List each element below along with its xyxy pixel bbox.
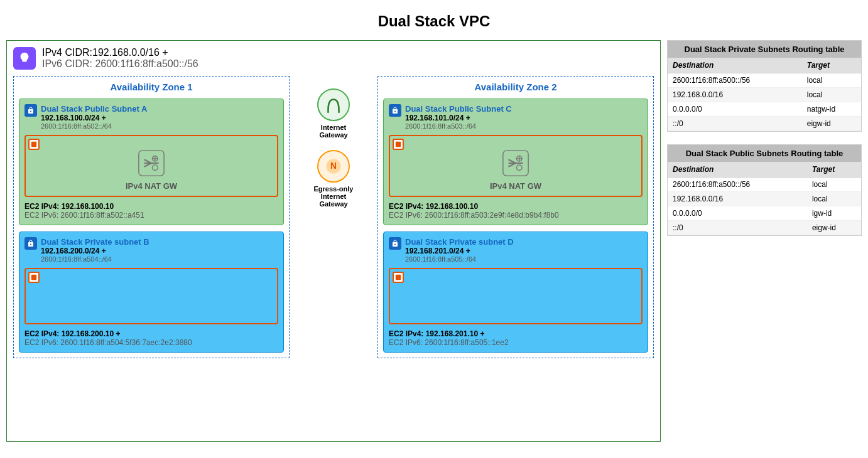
routing-tables: Dual Stack Private Subnets Routing table… — [667, 40, 862, 236]
page-title: Dual Stack VPC — [378, 13, 491, 30]
nat-gw-a-corner-icon — [28, 139, 40, 150]
ec2-d-corner-icon — [393, 272, 404, 283]
igw-item: InternetGateway — [317, 88, 350, 139]
content-area: IPv4 CIDR:192.168.0.0/16 + IPv6 CIDR: 26… — [6, 40, 862, 442]
vpc-header: IPv4 CIDR:192.168.0.0/16 + IPv6 CIDR: 26… — [13, 47, 654, 70]
vpc-ipv4-cidr: IPv4 CIDR:192.168.0.0/16 + — [42, 47, 198, 58]
ec2-b-ipv4: EC2 IPv4: 192.168.200.10 + — [24, 329, 278, 338]
subnet-c-header: Dual Stack Public Subnet C 192.168.101.0… — [389, 104, 643, 130]
ec2-b-ipv6: EC2 IPv6: 2600:1f16:8ff:a504:5f36:7aec:2… — [24, 338, 278, 347]
public-subnet-a: Dual Stack Public Subnet A 192.168.100.0… — [19, 99, 284, 225]
table-row: 192.168.0.0/16local — [668, 88, 861, 102]
private-subnet-b: Dual Stack Private subnet B 192.168.200.… — [19, 232, 284, 353]
az2-title: Availability Zone 2 — [383, 82, 648, 92]
ec2-icon-small — [31, 141, 37, 147]
subnet-b-info: Dual Stack Private subnet B 192.168.200.… — [41, 237, 149, 263]
private-table-target-header: Target — [802, 58, 861, 73]
svg-text:N: N — [330, 161, 337, 171]
table-row: 2600:1f16:8ff:a500::/56local — [668, 73, 861, 88]
private-routing-table: Dual Stack Private Subnets Routing table… — [667, 40, 862, 132]
public-table-dest-header: Destination — [668, 162, 807, 178]
subnet-a-ipv6: 2600:1f16:8ff:a502::/64 — [41, 122, 147, 130]
subnet-d-ipv6: 2600:1f16:8ff:a505::/64 — [405, 255, 514, 263]
ec2-icon-small-b — [31, 274, 37, 280]
svg-rect-9 — [31, 275, 36, 280]
subnet-d-header: Dual Stack Private subnet D 192.168.201.… — [389, 237, 643, 263]
svg-rect-14 — [396, 142, 401, 147]
az1-title: Availability Zone 1 — [19, 82, 284, 92]
dest-cell: ::/0 — [668, 221, 807, 235]
subnet-b-name: Dual Stack Private subnet B — [41, 237, 149, 247]
subnet-a-ipv4: 192.168.100.0/24 + — [41, 114, 147, 122]
ec2-c-ipv4: EC2 IPv4: 192.168.100.10 — [389, 202, 643, 211]
dest-cell: 0.0.0.0/0 — [668, 102, 802, 117]
dest-cell: 0.0.0.0/0 — [668, 206, 807, 221]
nat-gw-a-label: IPv4 NAT GW — [126, 181, 177, 191]
subnet-b-ipv6: 2600:1f16:8ff:a504::/64 — [41, 255, 149, 263]
dest-cell: 2600:1f16:8ff:a500::/56 — [668, 178, 807, 192]
subnet-c-info: Dual Stack Public Subnet C 192.168.101.0… — [405, 104, 512, 130]
ec2-d-info: EC2 IPv4: 192.168.201.10 + EC2 IPv6: 260… — [389, 329, 643, 347]
subnet-a-info: Dual Stack Public Subnet A 192.168.100.0… — [41, 104, 147, 130]
nat-gw-c-corner-icon — [393, 139, 404, 150]
nat-gw-c-icon — [500, 147, 531, 179]
target-cell: local — [807, 192, 861, 206]
gateway-column: InternetGateway N Egress-onlyInternetGat… — [293, 76, 374, 208]
eigw-icon: N — [323, 156, 344, 177]
table-row: ::/0eigw-id — [668, 221, 861, 235]
target-cell: local — [802, 73, 861, 88]
subnet-b-lock-icon — [24, 237, 37, 250]
dest-cell: 2600:1f16:8ff:a500::/56 — [668, 73, 802, 88]
igw-icon — [323, 94, 344, 115]
vpc-icon — [13, 47, 36, 70]
subnet-c-name: Dual Stack Public Subnet C — [405, 104, 512, 114]
subnet-c-lock-icon — [389, 104, 401, 117]
nat-gw-svg-c — [501, 149, 530, 178]
ec2-a-ipv4: EC2 IPv4: 192.168.100.10 — [24, 202, 278, 211]
nat-gw-a-icon — [136, 147, 167, 179]
public-routing-table-title: Dual Stack Public Subnets Routing table — [668, 145, 861, 162]
private-routing-table-content: Destination Target 2600:1f16:8ff:a500::/… — [668, 58, 861, 131]
ec2-d-ipv6: EC2 IPv6: 2600:1f16:8ff:a505::1ee2 — [389, 338, 643, 347]
target-cell: local — [802, 88, 861, 102]
lock-icon-c — [391, 107, 399, 114]
ec2-b-info: EC2 IPv4: 192.168.200.10 + EC2 IPv6: 260… — [24, 329, 278, 347]
ec2-c-ipv6: EC2 IPv6: 2600:1f16:8ff:a503:2e9f:4e8d:b… — [389, 211, 643, 220]
vpc-container: IPv4 CIDR:192.168.0.0/16 + IPv6 CIDR: 26… — [6, 40, 661, 442]
svg-point-20 — [516, 165, 522, 171]
ec2-c-info: EC2 IPv4: 192.168.100.10 EC2 IPv6: 2600:… — [389, 202, 643, 220]
lock-icon — [27, 107, 35, 114]
vpc-ipv6-cidr: IPv6 CIDR: 2600:1f16:8ff:a500::/56 — [42, 58, 198, 70]
subnet-d-name: Dual Stack Private subnet D — [405, 237, 514, 247]
ec2-d-ipv4: EC2 IPv4: 192.168.201.10 + — [389, 329, 643, 338]
lock-icon-d — [391, 240, 399, 247]
target-cell: local — [807, 178, 861, 192]
subnet-c-ipv4: 192.168.101.0/24 + — [405, 114, 512, 122]
nat-gw-a-box: IPv4 NAT GW — [24, 135, 278, 197]
table-row: ::/0eigw-id — [668, 117, 861, 131]
ec2-a-ipv6: EC2 IPv6: 2600:1f16:8ff:a502::a451 — [24, 211, 278, 220]
public-routing-table-content: Destination Target 2600:1f16:8ff:a500::/… — [668, 162, 861, 235]
public-table-target-header: Target — [807, 162, 861, 178]
subnet-b-ipv4: 192.168.200.0/24 + — [41, 247, 149, 255]
dest-cell: ::/0 — [668, 117, 802, 131]
svg-point-6 — [152, 165, 158, 171]
target-cell: natgw-id — [802, 102, 861, 117]
nat-gw-svg-a — [137, 149, 166, 178]
target-cell: eigw-id — [807, 221, 861, 235]
az-layout: Availability Zone 1 Dual Stack Public Su… — [13, 76, 654, 358]
ec2-b-box — [24, 268, 278, 324]
subnet-d-info: Dual Stack Private subnet D 192.168.201.… — [405, 237, 514, 263]
eigw-label: Egress-onlyInternetGateway — [314, 185, 354, 208]
nat-gw-c-box: IPv4 NAT GW — [389, 135, 643, 197]
dest-cell: 192.168.0.0/16 — [668, 192, 807, 206]
subnet-d-lock-icon — [389, 237, 401, 250]
subnet-d-ipv4: 192.168.201.0/24 + — [405, 247, 514, 255]
vpc-cidr-block: IPv4 CIDR:192.168.0.0/16 + IPv6 CIDR: 26… — [42, 47, 198, 70]
public-routing-table: Dual Stack Public Subnets Routing table … — [667, 144, 862, 236]
subnet-a-name: Dual Stack Public Subnet A — [41, 104, 147, 114]
page: Dual Stack VPC IPv4 CIDR:192.168.0.0/16 … — [0, 0, 868, 454]
az2-column: Availability Zone 2 Dual Stack Public Su… — [377, 76, 654, 358]
svg-rect-23 — [396, 275, 401, 280]
subnet-a-lock-icon — [24, 104, 37, 117]
